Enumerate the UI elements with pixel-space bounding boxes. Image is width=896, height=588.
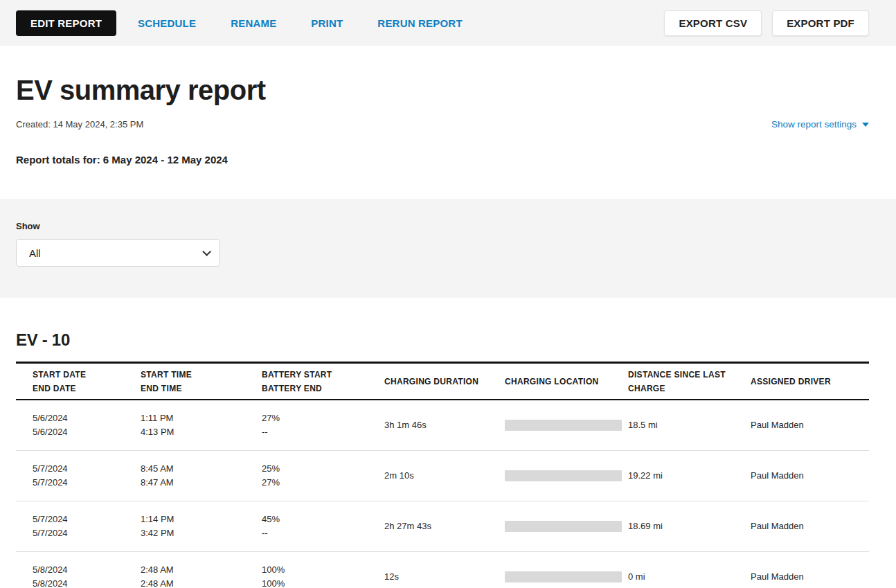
show-report-settings-link[interactable]: Show report settings bbox=[771, 119, 869, 130]
charging-duration: 2m 10s bbox=[384, 469, 496, 483]
export-csv-button[interactable]: EXPORT CSV bbox=[664, 10, 762, 36]
cell-times: 1:14 PM 3:42 PM bbox=[141, 501, 262, 551]
col-header-line: CHARGING DURATION bbox=[384, 375, 496, 389]
battery-start: 25% bbox=[262, 462, 376, 476]
charging-duration: 2h 27m 43s bbox=[384, 519, 496, 533]
assigned-driver: Paul Madden bbox=[751, 519, 861, 533]
col-header-line: BATTERY END bbox=[262, 382, 376, 395]
caret-down-icon bbox=[862, 123, 869, 127]
toolbar-links: SCHEDULE RENAME PRINT RERUN REPORT bbox=[138, 17, 463, 29]
start-date: 5/7/2024 bbox=[33, 462, 132, 476]
col-header-battery-start-end: BATTERY START BATTERY END bbox=[262, 364, 384, 399]
schedule-link[interactable]: SCHEDULE bbox=[138, 17, 196, 29]
col-header-line: END TIME bbox=[141, 382, 253, 395]
table-row: 5/7/2024 5/7/2024 1:14 PM 3:42 PM 45% --… bbox=[16, 501, 869, 552]
cell-charging-duration: 3h 1m 46s bbox=[384, 400, 505, 450]
cell-distance: 18.5 mi bbox=[628, 400, 751, 450]
table-row: 5/6/2024 5/6/2024 1:11 PM 4:13 PM 27% --… bbox=[16, 400, 869, 451]
top-toolbar: EDIT REPORT SCHEDULE RENAME PRINT RERUN … bbox=[0, 0, 896, 46]
cell-assigned-driver: Paul Madden bbox=[751, 451, 869, 501]
col-header-line: ASSIGNED DRIVER bbox=[751, 375, 861, 389]
col-header-distance-since-last-charge: DISTANCE SINCE LAST CHARGE bbox=[628, 364, 751, 399]
redacted-location-bar bbox=[505, 571, 622, 582]
cell-times: 2:48 AM 2:48 AM bbox=[141, 552, 262, 588]
cell-charging-duration: 2m 10s bbox=[384, 451, 505, 501]
end-time: 2:48 AM bbox=[141, 577, 253, 588]
battery-start: 45% bbox=[262, 513, 376, 526]
col-header-line: CHARGE bbox=[628, 382, 742, 395]
rename-link[interactable]: RENAME bbox=[231, 17, 276, 29]
cell-charging-duration: 12s bbox=[384, 552, 505, 588]
battery-end: -- bbox=[262, 526, 376, 540]
col-header-charging-duration: CHARGING DURATION bbox=[384, 364, 505, 399]
start-date: 5/7/2024 bbox=[33, 513, 132, 526]
col-header-charging-location: CHARGING LOCATION bbox=[505, 364, 628, 399]
col-header-start-end-time: START TIME END TIME bbox=[141, 364, 262, 399]
rerun-report-link[interactable]: RERUN REPORT bbox=[377, 17, 462, 29]
cell-assigned-driver: Paul Madden bbox=[751, 501, 869, 551]
start-time: 8:45 AM bbox=[141, 462, 253, 476]
cell-charging-location bbox=[505, 501, 628, 551]
battery-end: 100% bbox=[262, 577, 376, 588]
cell-dates: 5/6/2024 5/6/2024 bbox=[33, 400, 141, 450]
end-date: 5/6/2024 bbox=[33, 425, 132, 439]
end-time: 8:47 AM bbox=[141, 476, 253, 490]
charging-duration: 3h 1m 46s bbox=[384, 418, 496, 432]
cell-battery: 25% 27% bbox=[262, 451, 384, 501]
report-meta-row: Created: 14 May 2024, 2:35 PM Show repor… bbox=[16, 119, 869, 130]
cell-times: 1:11 PM 4:13 PM bbox=[141, 400, 262, 450]
cell-assigned-driver: Paul Madden bbox=[751, 400, 869, 450]
end-time: 3:42 PM bbox=[141, 526, 253, 540]
cell-battery: 45% -- bbox=[262, 501, 384, 551]
col-header-start-end-date: START DATE END DATE bbox=[33, 364, 141, 399]
col-header-line: START DATE bbox=[33, 368, 132, 382]
distance-since-last-charge: 18.69 mi bbox=[628, 519, 742, 533]
col-header-assigned-driver: ASSIGNED DRIVER bbox=[751, 364, 869, 399]
show-filter-selected-value: All bbox=[29, 247, 41, 259]
redacted-location-bar bbox=[505, 470, 622, 481]
cell-charging-location bbox=[505, 451, 628, 501]
end-date: 5/8/2024 bbox=[33, 577, 132, 588]
assigned-driver: Paul Madden bbox=[751, 418, 861, 432]
battery-end: 27% bbox=[262, 476, 376, 490]
end-date: 5/7/2024 bbox=[33, 476, 132, 490]
start-time: 1:14 PM bbox=[141, 513, 253, 526]
show-filter-select[interactable]: All bbox=[16, 239, 220, 267]
chevron-down-icon bbox=[202, 247, 211, 256]
cell-dates: 5/8/2024 5/8/2024 bbox=[33, 552, 141, 588]
print-link[interactable]: PRINT bbox=[311, 17, 343, 29]
edit-report-button[interactable]: EDIT REPORT bbox=[16, 10, 116, 36]
start-date: 5/6/2024 bbox=[33, 411, 132, 425]
created-timestamp: Created: 14 May 2024, 2:35 PM bbox=[16, 119, 143, 130]
cell-dates: 5/7/2024 5/7/2024 bbox=[33, 451, 141, 501]
table-row: 5/7/2024 5/7/2024 8:45 AM 8:47 AM 25% 27… bbox=[16, 451, 869, 501]
start-time: 2:48 AM bbox=[141, 563, 253, 577]
distance-since-last-charge: 18.5 mi bbox=[628, 418, 742, 432]
export-pdf-button[interactable]: EXPORT PDF bbox=[772, 10, 869, 36]
col-header-line: START TIME bbox=[141, 368, 253, 382]
vehicle-name-heading: EV - 10 bbox=[16, 330, 869, 350]
cell-battery: 100% 100% bbox=[262, 552, 384, 588]
cell-times: 8:45 AM 8:47 AM bbox=[141, 451, 262, 501]
cell-assigned-driver: Paul Madden bbox=[751, 552, 869, 588]
cell-charging-location bbox=[505, 400, 628, 450]
start-time: 1:11 PM bbox=[141, 411, 253, 425]
end-date: 5/7/2024 bbox=[33, 526, 132, 540]
show-report-settings-label: Show report settings bbox=[771, 119, 857, 130]
battery-start: 27% bbox=[262, 411, 376, 425]
col-header-line: DISTANCE SINCE LAST bbox=[628, 368, 742, 382]
show-filter-label: Show bbox=[16, 221, 869, 231]
export-buttons: EXPORT CSV EXPORT PDF bbox=[664, 10, 869, 36]
assigned-driver: Paul Madden bbox=[751, 469, 861, 483]
redacted-location-bar bbox=[505, 420, 622, 431]
end-time: 4:13 PM bbox=[141, 425, 253, 439]
distance-since-last-charge: 0 mi bbox=[628, 570, 742, 584]
filter-band: Show All bbox=[0, 199, 896, 298]
table-header-row: START DATE END DATE START TIME END TIME … bbox=[16, 364, 869, 400]
col-header-line: BATTERY START bbox=[262, 368, 376, 382]
distance-since-last-charge: 19.22 mi bbox=[628, 469, 742, 483]
col-header-line: END DATE bbox=[33, 382, 132, 395]
battery-end: -- bbox=[262, 425, 376, 439]
cell-charging-location bbox=[505, 552, 628, 588]
col-header-line: CHARGING LOCATION bbox=[505, 375, 620, 389]
